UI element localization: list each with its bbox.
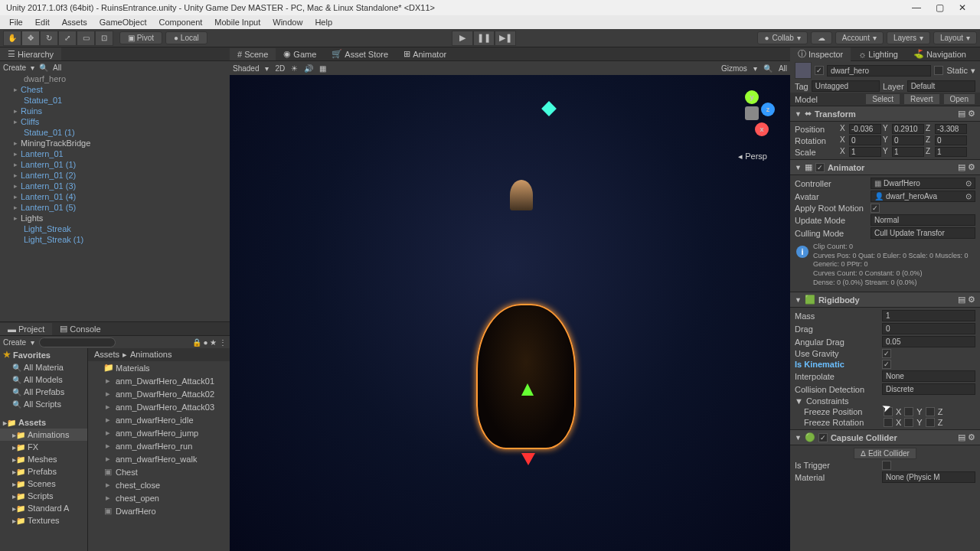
hierarchy-item[interactable]: ▸ Lantern_01 (3)	[0, 181, 230, 191]
axis-y-icon[interactable]: y	[745, 90, 759, 104]
collab-dropdown[interactable]: ● Collab ▾	[757, 31, 807, 44]
favorite-item[interactable]: 🔍 All Prefabs	[0, 386, 87, 398]
gameobject-name-input[interactable]: dwarf_hero	[827, 65, 931, 77]
audio-toggle[interactable]: 🔊	[304, 64, 313, 73]
hand-tool[interactable]: ✋	[3, 31, 21, 46]
component-menu-icon[interactable]: ▤ ⚙	[958, 295, 975, 305]
asset-item[interactable]: ▸ chest_close	[88, 478, 230, 491]
gizmos-dropdown[interactable]: Gizmos	[721, 64, 747, 73]
freeze-rot-x[interactable]	[884, 418, 893, 427]
shading-mode[interactable]: Shaded	[233, 64, 259, 73]
transform-header[interactable]: ▼⬌ Transform ▤ ⚙	[790, 106, 980, 122]
rot-x-input[interactable]: 0	[849, 135, 881, 145]
rotate-tool[interactable]: ↻	[40, 31, 58, 46]
inspector-tab[interactable]: ⓘ Inspector	[790, 47, 851, 61]
menu-gameobject[interactable]: GameObject	[93, 18, 153, 27]
lighting-tab[interactable]: ☼ Lighting	[851, 48, 906, 60]
layout-dropdown[interactable]: Layout ▾	[933, 31, 977, 44]
avatar-field[interactable]: 👤dwarf_heroAva⊙	[871, 191, 975, 202]
hierarchy-item[interactable]: Statue_01	[0, 95, 230, 106]
pos-x-input[interactable]: -0.036	[849, 124, 881, 134]
component-menu-icon[interactable]: ▤ ⚙	[958, 162, 975, 172]
scale-x-input[interactable]: 1	[849, 147, 881, 157]
asset-item[interactable]: ▸ anm_dwarfHero_run	[88, 439, 230, 452]
menu-help[interactable]: Help	[309, 18, 338, 27]
folder-item[interactable]: ▸📁 Standard A	[0, 502, 87, 514]
axis-z-icon[interactable]: z	[761, 103, 775, 116]
menu-file[interactable]: File	[3, 18, 29, 27]
collision-dropdown[interactable]: Discrete	[882, 383, 975, 395]
hierarchy-item[interactable]: ▸ Lantern_01 (2)	[0, 170, 230, 181]
favorites-header[interactable]: ★ Favorites	[0, 348, 87, 361]
static-checkbox[interactable]	[934, 66, 943, 75]
drag-input[interactable]: 0	[882, 323, 975, 334]
rot-y-input[interactable]: 0	[892, 135, 924, 145]
folder-item[interactable]: ▸📁 Animations	[0, 429, 87, 441]
pos-y-input[interactable]: 0.2910	[892, 124, 924, 134]
crumb-animations[interactable]: Animations	[130, 350, 172, 360]
scale-z-input[interactable]: 1	[935, 147, 967, 157]
hierarchy-tab[interactable]: ☰ Hierarchy	[0, 47, 61, 60]
hierarchy-item[interactable]: ▸ Cliffs	[0, 116, 230, 127]
2d-toggle[interactable]: 2D	[275, 64, 285, 73]
capsule-collider-header[interactable]: ▼🟢 ✓ Capsule Collider ▤ ⚙	[790, 429, 980, 445]
update-mode-dropdown[interactable]: Normal	[871, 214, 975, 226]
pos-z-input[interactable]: -3.308	[935, 124, 967, 134]
hierarchy-item[interactable]: dwarf_hero	[0, 73, 230, 84]
model-select-button[interactable]: Select	[865, 93, 900, 105]
hierarchy-item[interactable]: Statue_01 (1)	[0, 127, 230, 138]
edit-collider-button[interactable]: ᐃ Edit Collider	[854, 448, 916, 459]
close-button[interactable]: ✕	[951, 2, 974, 13]
favorite-item[interactable]: 🔍 All Materia	[0, 361, 87, 373]
scene-tab[interactable]: # Scene	[230, 48, 276, 60]
culling-mode-dropdown[interactable]: Cull Update Transfor	[871, 227, 975, 239]
favorite-item[interactable]: 🔍 All Scripts	[0, 398, 87, 410]
project-tab[interactable]: ▬ Project	[0, 323, 52, 335]
asset-item[interactable]: 📁 Materials	[88, 361, 230, 374]
folder-item[interactable]: ▸📁 Textures	[0, 514, 87, 527]
layer-dropdown[interactable]: Default	[907, 80, 975, 92]
folder-item[interactable]: ▸📁 Scenes	[0, 478, 87, 490]
crumb-assets[interactable]: Assets	[94, 350, 119, 360]
scene-view[interactable]: y z x ◂ Persp	[230, 75, 790, 551]
hierarchy-item[interactable]: ▸ Lantern_01 (5)	[0, 202, 230, 213]
hierarchy-item[interactable]: ▸ Lantern_01 (1)	[0, 159, 230, 170]
favorite-item[interactable]: 🔍 All Models	[0, 373, 87, 386]
hierarchy-item[interactable]: ▸ MiningTrackBridge	[0, 138, 230, 148]
scene-search-all[interactable]: All	[779, 64, 787, 73]
hierarchy-item[interactable]: Light_Streak (1)	[0, 234, 230, 245]
hierarchy-item[interactable]: Light_Streak	[0, 223, 230, 234]
rot-z-input[interactable]: 0	[935, 135, 967, 145]
console-tab[interactable]: ▤ Console	[52, 322, 108, 335]
component-menu-icon[interactable]: ▤ ⚙	[958, 432, 975, 442]
controller-field[interactable]: ▦DwarfHero⊙	[871, 178, 975, 189]
animator-header[interactable]: ▼▦ ✓ Animator ▤ ⚙	[790, 159, 980, 175]
physic-material-field[interactable]: None (Physic M	[882, 471, 975, 483]
maximize-button[interactable]: ▢	[928, 2, 951, 13]
transform-tool[interactable]: ⊡	[95, 31, 113, 46]
freeze-pos-z[interactable]	[926, 407, 935, 416]
hierarchy-search-all[interactable]: All	[53, 64, 61, 72]
hierarchy-item[interactable]: ▸ Chest	[0, 84, 230, 95]
menu-component[interactable]: Component	[152, 18, 208, 27]
move-gizmo-y-icon[interactable]	[521, 383, 534, 396]
hierarchy-item[interactable]: ▸ Lantern_01 (4)	[0, 191, 230, 202]
account-dropdown[interactable]: Account ▾	[835, 31, 884, 44]
menu-window[interactable]: Window	[266, 18, 309, 27]
asset-store-tab[interactable]: 🛒 Asset Store	[324, 47, 396, 60]
animator-enabled-checkbox[interactable]: ✓	[815, 163, 825, 172]
asset-item[interactable]: ▣ Chest	[88, 465, 230, 478]
asset-item[interactable]: ▸ anm_DwarfHero_Attack01	[88, 374, 230, 387]
freeze-rot-y[interactable]	[904, 418, 913, 427]
hierarchy-item[interactable]: ▸ Lantern_01	[0, 148, 230, 159]
move-gizmo-x-icon[interactable]	[521, 453, 535, 465]
scale-tool[interactable]: ⤢	[58, 31, 77, 46]
fx-toggle[interactable]: ▦	[319, 64, 326, 73]
model-revert-button[interactable]: Revert	[903, 93, 939, 105]
animator-tab[interactable]: ⊞ Animator	[396, 47, 454, 60]
scale-y-input[interactable]: 1	[892, 147, 924, 157]
asset-item[interactable]: ▸ anm_DwarfHero_Attack03	[88, 400, 230, 413]
game-tab[interactable]: ◉ Game	[276, 47, 324, 60]
folder-item[interactable]: ▸📁 FX	[0, 441, 87, 453]
asset-item[interactable]: ▸ anm_DwarfHero_Attack02	[88, 387, 230, 400]
